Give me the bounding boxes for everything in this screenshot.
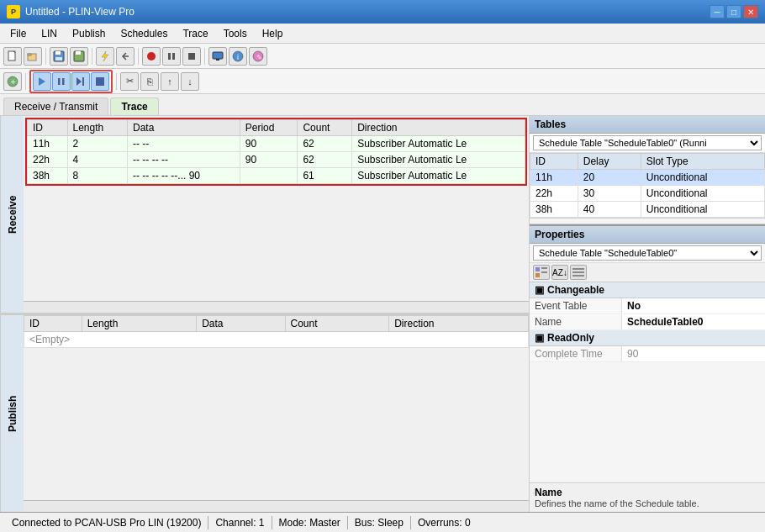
main-content: Receive ID Length Data Period Count (0, 116, 765, 512)
receive-cell-direction: Subscriber Automatic Le (352, 168, 525, 184)
minimize-button[interactable]: ─ (710, 5, 725, 18)
tables-cell-delay: 30 (578, 186, 641, 202)
receive-hscroll[interactable] (24, 301, 529, 313)
tables-cell-slottype: Unconditional (641, 186, 764, 202)
prop-row-name: Name ScheduleTable0 (530, 314, 765, 330)
svg-rect-13 (188, 53, 195, 60)
flash-button[interactable] (96, 47, 114, 66)
menu-publish[interactable]: Publish (66, 26, 112, 41)
open-button[interactable] (24, 47, 42, 66)
status-bus: Bus: Sleep (348, 516, 411, 529)
tbl-col-slottype: Slot Type (641, 154, 764, 170)
toolbar-row1: i ✎ (0, 44, 765, 69)
tables-hscroll[interactable] (530, 218, 765, 224)
svg-rect-14 (213, 52, 223, 59)
menu-help[interactable]: Help (256, 26, 290, 41)
receive-cell-data: -- -- -- -- (128, 152, 240, 168)
tables-table-row: 22h 30 Unconditional (530, 186, 765, 202)
svg-rect-32 (572, 268, 584, 270)
properties-dropdown[interactable]: Schedule Table "ScheduleTable0" (533, 245, 762, 261)
close-button[interactable]: ✕ (743, 5, 758, 18)
receive-table-row: 11h 2 -- -- 90 62 Subscriber Automatic L… (28, 136, 525, 152)
down-button[interactable]: ↓ (181, 72, 199, 91)
pause-button[interactable] (162, 47, 181, 66)
name-description: Name Defines the name of the Schedule ta… (530, 482, 765, 512)
monitor-button[interactable] (208, 47, 227, 66)
menu-tools[interactable]: Tools (217, 26, 254, 41)
col-data: Data (128, 120, 240, 136)
svg-marker-22 (39, 77, 45, 86)
receive-table-wrapper[interactable]: ID Length Data Period Count Direction 11… (24, 116, 529, 301)
menu-lin[interactable]: LIN (34, 26, 64, 41)
trace-step-button[interactable] (71, 72, 90, 91)
status-mode: Mode: Master (272, 516, 348, 529)
col-direction: Direction (352, 120, 525, 136)
prop-value-name[interactable]: ScheduleTable0 (622, 314, 765, 329)
publish-hscroll[interactable] (24, 500, 529, 512)
stop-button[interactable] (182, 47, 201, 66)
toolbar-separator-2 (92, 48, 92, 65)
svg-rect-23 (58, 78, 61, 85)
menu-trace[interactable]: Trace (176, 26, 214, 41)
pub-col-direction: Direction (389, 316, 529, 332)
publish-header-row: ID Length Data Count Direction (24, 316, 529, 332)
receive-section: Receive ID Length Data Period Count (0, 116, 529, 315)
tables-cell-delay: 20 (578, 170, 641, 186)
status-overruns: Overruns: 0 (411, 516, 477, 529)
receive-cell-data: -- -- (128, 136, 240, 152)
back-button[interactable] (116, 47, 135, 66)
status-bar: Connected to PCAN-USB Pro LIN (19200) Ch… (0, 512, 765, 532)
receive-cell-direction: Subscriber Automatic Le (352, 152, 525, 168)
receive-cell-direction: Subscriber Automatic Le (352, 136, 525, 152)
prop-details-button[interactable] (570, 265, 587, 280)
prop-group-collapse-icon[interactable]: ▣ (535, 284, 544, 296)
svg-text:✎: ✎ (256, 54, 262, 61)
app-icon: P (7, 5, 20, 18)
tbl-col-id: ID (530, 154, 578, 170)
receive-cell-id: 38h (28, 168, 68, 184)
trace-play-button[interactable] (33, 72, 51, 91)
menu-file[interactable]: File (3, 26, 33, 41)
trace-pause-button[interactable] (52, 72, 71, 91)
publish-content: ID Length Data Count Direction <Empty> (24, 315, 529, 512)
prop-categories-button[interactable] (533, 265, 550, 280)
tab-receive-transmit[interactable]: Receive / Transmit (3, 97, 108, 115)
title-bar: P Untitled - PLIN-View Pro ─ □ ✕ (0, 0, 765, 24)
record-button[interactable] (142, 47, 161, 66)
prop-group-readonly-collapse-icon[interactable]: ▣ (535, 332, 544, 344)
tables-cell-slottype: Unconditional (641, 170, 764, 186)
receive-content: ID Length Data Period Count Direction 11… (24, 116, 529, 313)
save-button[interactable] (50, 47, 68, 66)
trace-stop-button[interactable] (91, 72, 109, 91)
svg-rect-27 (96, 77, 104, 86)
receive-cell-period: 90 (240, 152, 298, 168)
receive-cell-count: 61 (298, 168, 352, 184)
prop-sort-button[interactable]: AZ↓ (551, 265, 568, 280)
prop-value-complete-time: 90 (622, 346, 765, 361)
receive-label: Receive (0, 116, 24, 313)
info-button[interactable]: i (229, 47, 247, 66)
new-file-button[interactable] (3, 47, 22, 66)
tab-trace[interactable]: Trace (110, 97, 158, 115)
prop-group-changeable: ▣ Changeable (530, 282, 765, 298)
tables-dropdown[interactable]: Schedule Table "ScheduleTable0" (Runni (533, 135, 762, 150)
svg-rect-15 (216, 59, 219, 61)
add-button[interactable]: + (3, 72, 22, 91)
publish-table-wrapper[interactable]: ID Length Data Count Direction <Empty> (24, 315, 529, 500)
properties-toolbar: AZ↓ (530, 263, 765, 282)
prop-value-event-table[interactable]: No (622, 298, 765, 313)
tables-cell-delay: 40 (578, 202, 641, 218)
export-button[interactable] (70, 47, 88, 66)
up-button[interactable]: ↑ (161, 72, 179, 91)
cut-button[interactable]: ✂ (120, 72, 139, 91)
publish-label: Publish (0, 315, 24, 512)
menu-schedules[interactable]: Schedules (113, 26, 174, 41)
svg-rect-24 (62, 78, 65, 85)
edit-button[interactable]: ✎ (249, 47, 267, 66)
svg-text:i: i (237, 53, 239, 61)
trace-toolbar-box (29, 70, 113, 93)
tables-table: ID Delay Slot Type 11h 20 Unconditional … (530, 153, 765, 218)
title-bar-title: Untitled - PLIN-View Pro (25, 6, 135, 18)
copy-button[interactable]: ⎘ (140, 72, 159, 91)
maximize-button[interactable]: □ (726, 5, 741, 18)
